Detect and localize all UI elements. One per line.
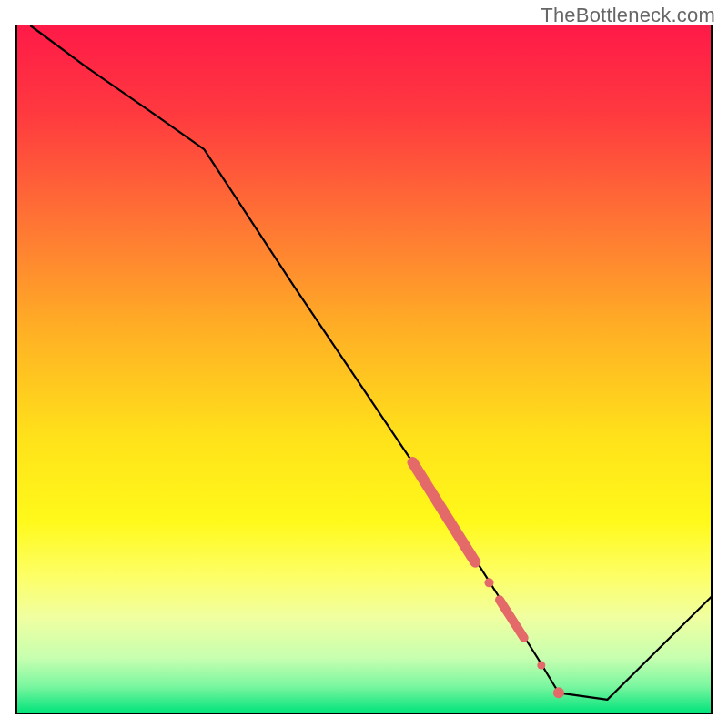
highlight-dot <box>553 687 564 698</box>
chart-background <box>16 25 712 713</box>
highlight-dot <box>485 578 494 587</box>
highlight-dot <box>537 662 545 670</box>
chart-root: TheBottleneck.com <box>0 0 728 728</box>
chart-svg <box>0 0 728 728</box>
